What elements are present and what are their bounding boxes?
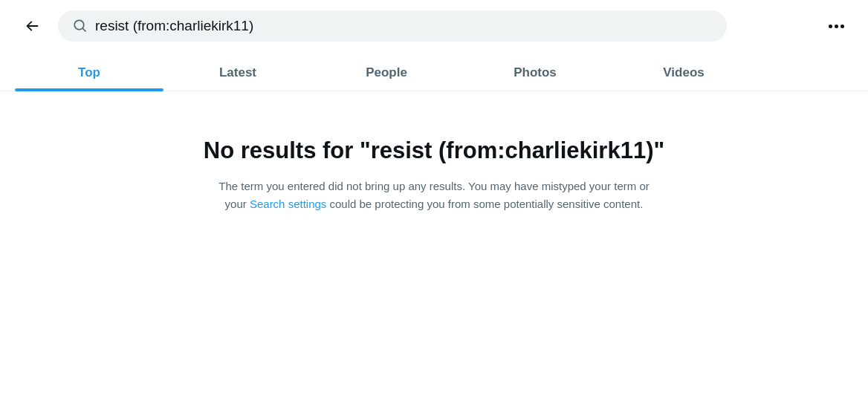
- tab-videos-label: Videos: [663, 65, 704, 80]
- tab-people-label: People: [366, 65, 407, 80]
- tab-latest[interactable]: Latest: [163, 52, 312, 91]
- tab-people[interactable]: People: [312, 52, 461, 91]
- search-settings-link[interactable]: Search settings: [250, 198, 326, 210]
- more-button[interactable]: [822, 12, 850, 40]
- more-icon: [829, 25, 844, 28]
- no-results-desc-part2: could be protecting you from some potent…: [326, 198, 643, 210]
- back-button[interactable]: [18, 12, 46, 40]
- back-icon: [24, 18, 40, 34]
- tab-photos[interactable]: Photos: [461, 52, 609, 91]
- no-results-description: The term you entered did not bring up an…: [218, 178, 650, 213]
- search-tabs: Top Latest People Photos Videos: [0, 52, 868, 91]
- tab-photos-label: Photos: [514, 65, 557, 80]
- no-results-section: No results for "resist (from:charliekirk…: [0, 91, 868, 243]
- search-query-text: resist (from:charliekirk11): [95, 18, 253, 34]
- no-results-title: No results for "resist (from:charliekirk…: [204, 136, 664, 166]
- tab-top[interactable]: Top: [15, 52, 163, 91]
- tab-latest-label: Latest: [219, 65, 256, 80]
- header: resist (from:charliekirk11): [0, 0, 868, 52]
- search-bar[interactable]: resist (from:charliekirk11): [58, 10, 727, 42]
- tab-top-label: Top: [78, 65, 100, 80]
- tab-videos[interactable]: Videos: [609, 52, 758, 91]
- search-icon: [73, 19, 88, 33]
